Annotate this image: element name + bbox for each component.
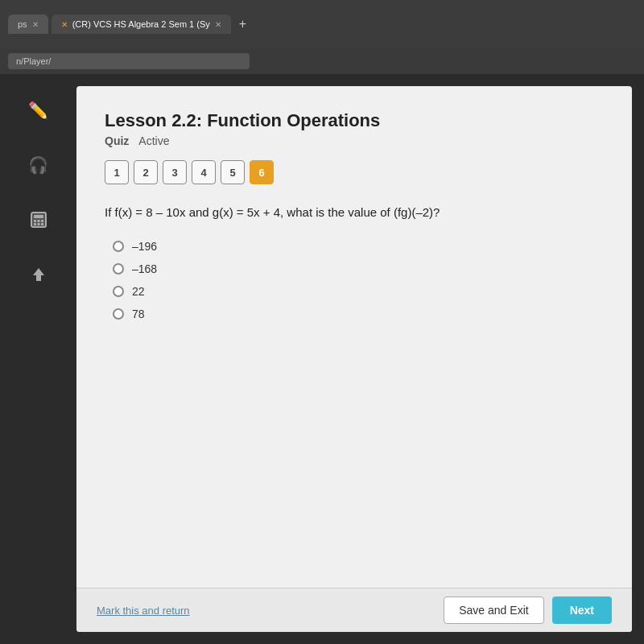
quiz-status-row: Quiz Active: [105, 134, 604, 147]
question-num-3[interactable]: 3: [163, 160, 187, 184]
mark-return-link[interactable]: Mark this and return: [97, 605, 190, 617]
question-numbers: 1 2 3 4 5 6: [105, 160, 604, 184]
answer-option-b[interactable]: –168: [113, 262, 604, 275]
tab-active-icon: ✕: [61, 20, 68, 29]
main-content: ✏️ 🎧 Lesson 2.2: Function Operations Qu: [0, 74, 644, 644]
question-num-2[interactable]: 2: [134, 160, 158, 184]
radio-c[interactable]: [113, 286, 124, 297]
question-num-1[interactable]: 1: [105, 160, 129, 184]
answer-text-a: –196: [132, 240, 157, 253]
answer-option-a[interactable]: –196: [113, 240, 604, 253]
svg-rect-5: [34, 223, 36, 225]
headphones-icon[interactable]: 🎧: [19, 145, 59, 185]
svg-rect-4: [41, 220, 43, 222]
tab-bar: ps ✕ ✕ (CR) VCS HS Algebra 2 Sem 1 (Sy ✕…: [8, 14, 251, 34]
answer-text-d: 78: [132, 308, 145, 320]
tab-active-close-icon[interactable]: ✕: [215, 20, 221, 29]
upload-icon[interactable]: [19, 254, 59, 295]
svg-rect-2: [34, 220, 36, 222]
sidebar: ✏️ 🎧: [0, 74, 76, 644]
answer-option-c[interactable]: 22: [113, 285, 604, 298]
answer-text-c: 22: [132, 285, 145, 298]
tab-label: ps: [18, 19, 27, 29]
tab-active[interactable]: ✕ (CR) VCS HS Algebra 2 Sem 1 (Sy ✕: [52, 14, 231, 34]
new-tab-button[interactable]: +: [234, 17, 251, 31]
svg-rect-7: [41, 223, 43, 225]
bottom-bar: Mark this and return Save and Exit Next: [76, 588, 632, 632]
quiz-label: Quiz: [105, 134, 129, 147]
radio-a[interactable]: [113, 241, 124, 252]
svg-rect-3: [37, 220, 39, 222]
question-num-5[interactable]: 5: [221, 160, 245, 184]
calculator-icon[interactable]: [19, 200, 59, 240]
browser-chrome: ps ✕ ✕ (CR) VCS HS Algebra 2 Sem 1 (Sy ✕…: [0, 0, 644, 48]
answer-option-d[interactable]: 78: [113, 308, 604, 320]
answer-text-b: –168: [132, 262, 157, 275]
svg-marker-8: [33, 268, 44, 281]
question-num-4[interactable]: 4: [192, 160, 216, 184]
active-label: Active: [138, 134, 169, 147]
radio-d[interactable]: [113, 308, 124, 320]
address-bar[interactable]: n/Player/: [8, 53, 250, 69]
tab-active-label: (CR) VCS HS Algebra 2 Sem 1 (Sy: [72, 19, 210, 29]
question-num-6[interactable]: 6: [250, 160, 274, 184]
radio-b[interactable]: [113, 263, 124, 275]
question-text: If f(x) = 8 – 10x and g(x) = 5x + 4, wha…: [105, 204, 604, 222]
lesson-title: Lesson 2.2: Function Operations: [105, 110, 604, 131]
next-button[interactable]: Next: [552, 597, 612, 624]
tab-other[interactable]: ps ✕: [8, 14, 48, 34]
bottom-right-buttons: Save and Exit Next: [444, 597, 612, 624]
quiz-panel: Lesson 2.2: Function Operations Quiz Act…: [76, 86, 632, 632]
pencil-icon[interactable]: ✏️: [19, 90, 59, 130]
address-bar-row: n/Player/: [0, 48, 644, 74]
save-exit-button[interactable]: Save and Exit: [444, 597, 543, 624]
answer-choices: –196 –168 22 78: [113, 240, 604, 320]
svg-rect-6: [37, 223, 39, 225]
tab-close-icon[interactable]: ✕: [32, 20, 39, 29]
svg-rect-1: [34, 215, 43, 218]
